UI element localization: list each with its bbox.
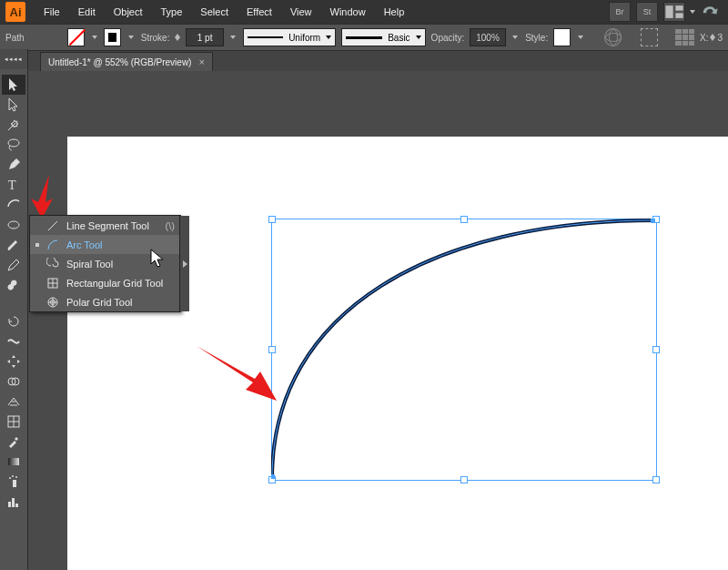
selection-type-label: Path: [5, 33, 33, 43]
tool-gradient[interactable]: [2, 452, 25, 472]
flyout-item-rectangular-grid[interactable]: Rectangular Grid Tool: [30, 273, 180, 292]
flyout-item-polar-grid[interactable]: Polar Grid Tool: [30, 292, 180, 311]
tool-type[interactable]: T: [2, 175, 25, 195]
menu-effect[interactable]: Effect: [238, 3, 281, 21]
x-coordinate: X: 3: [700, 33, 723, 43]
tool-column-graph[interactable]: [2, 492, 25, 512]
annotation-arrow-tool: [24, 171, 60, 220]
tool-symbol-sprayer[interactable]: [2, 472, 25, 492]
menu-select[interactable]: Select: [191, 3, 238, 21]
document-tab-title: Untitled-1* @ 552% (RGB/Preview): [48, 57, 191, 67]
mouse-cursor: [150, 249, 167, 270]
tool-mesh[interactable]: [2, 412, 25, 432]
svg-rect-14: [8, 502, 11, 507]
fill-swatch[interactable]: [67, 28, 85, 46]
annotation-arrow-arc: [189, 339, 280, 412]
svg-point-12: [12, 475, 14, 477]
close-tab-icon[interactable]: ×: [198, 56, 204, 67]
tool-pen[interactable]: [2, 155, 25, 175]
panel-collapse-handle[interactable]: ◂◂◂◂: [0, 49, 28, 69]
svg-rect-1: [675, 5, 682, 11]
tool-paintbrush[interactable]: [2, 235, 25, 255]
menu-help[interactable]: Help: [375, 3, 414, 21]
fill-dropdown[interactable]: [90, 29, 98, 46]
svg-point-11: [9, 477, 11, 479]
align-icon[interactable]: [641, 28, 658, 46]
tool-direct-selection[interactable]: [2, 95, 25, 115]
svg-rect-9: [8, 458, 19, 465]
tool-shape-builder[interactable]: [2, 372, 25, 392]
style-label: Style:: [525, 33, 548, 43]
svg-rect-17: [271, 474, 275, 479]
tool-eyedropper[interactable]: [2, 432, 25, 452]
svg-rect-18: [651, 219, 655, 223]
brush-definition[interactable]: Basic: [341, 28, 425, 46]
svg-rect-10: [13, 480, 16, 487]
variable-width-profile[interactable]: Uniform: [243, 28, 336, 46]
stock-icon[interactable]: St: [636, 2, 658, 22]
svg-rect-15: [12, 498, 15, 507]
transform-reference-point[interactable]: [675, 29, 694, 46]
stroke-swatch[interactable]: [104, 28, 121, 46]
flyout-tearoff-handle[interactable]: [179, 216, 189, 311]
tool-width[interactable]: [2, 331, 25, 351]
menu-edit[interactable]: Edit: [69, 3, 105, 21]
stroke-weight-input[interactable]: 1 pt: [186, 28, 223, 46]
menu-window[interactable]: Window: [321, 3, 375, 21]
x-value[interactable]: 3: [717, 33, 723, 43]
arc-path-object[interactable]: [271, 219, 655, 479]
tool-rectangle[interactable]: [2, 215, 25, 235]
sync-settings-icon[interactable]: [700, 3, 720, 21]
tool-lasso[interactable]: [2, 135, 25, 155]
x-stepper-down[interactable]: [710, 37, 715, 41]
flyout-item-line-segment[interactable]: Line Segment Tool (\): [30, 216, 180, 235]
graphic-style-dropdown[interactable]: [576, 29, 584, 46]
tools-panel: T: [0, 69, 28, 570]
tool-free-transform[interactable]: [2, 351, 25, 372]
main-menu-bar: Ai File Edit Object Type Select Effect V…: [0, 0, 728, 24]
menu-file[interactable]: File: [35, 3, 69, 21]
line-segment-icon: [46, 219, 59, 232]
svg-rect-16: [15, 504, 18, 507]
opacity-dropdown[interactable]: [511, 29, 520, 46]
graphic-style-swatch[interactable]: [553, 28, 571, 46]
tool-selection[interactable]: [2, 75, 25, 95]
app-logo: Ai: [5, 2, 25, 22]
arc-icon: [46, 239, 59, 251]
svg-rect-0: [665, 5, 672, 18]
menu-type[interactable]: Type: [152, 3, 192, 21]
spiral-icon: [46, 258, 59, 270]
stroke-dropdown[interactable]: [126, 29, 135, 46]
svg-point-13: [15, 476, 17, 478]
recolor-artwork-icon[interactable]: [604, 28, 622, 46]
bridge-icon[interactable]: Br: [609, 2, 631, 22]
document-tab-strip: Untitled-1* @ 552% (RGB/Preview) ×: [0, 51, 728, 71]
tool-blob-brush[interactable]: [2, 275, 25, 295]
svg-point-5: [8, 221, 19, 229]
svg-text:T: T: [8, 178, 16, 192]
arrange-documents-dropdown[interactable]: [688, 4, 697, 20]
arrange-documents-icon[interactable]: [663, 2, 685, 22]
opacity-label: Opacity:: [431, 33, 465, 43]
stroke-stepper-down[interactable]: [175, 37, 180, 41]
menu-object[interactable]: Object: [105, 3, 152, 21]
tool-perspective-grid[interactable]: [2, 392, 25, 412]
tool-rotate[interactable]: [2, 311, 25, 331]
opacity-input[interactable]: 100%: [470, 28, 505, 46]
stroke-weight-dropdown[interactable]: [229, 29, 238, 46]
svg-line-19: [48, 221, 57, 230]
document-tab[interactable]: Untitled-1* @ 552% (RGB/Preview) ×: [40, 52, 213, 71]
tool-pencil[interactable]: [2, 255, 25, 275]
stroke-weight-label: Stroke:: [141, 33, 170, 43]
rectangular-grid-icon: [46, 277, 59, 290]
tool-magic-wand[interactable]: [2, 115, 25, 135]
tool-line-segment[interactable]: [2, 195, 25, 215]
polar-grid-icon: [46, 296, 59, 309]
menu-view[interactable]: View: [281, 3, 321, 21]
svg-rect-2: [675, 13, 682, 18]
control-bar: Path Stroke: 1 pt Uniform Basic Opacity:…: [0, 24, 728, 51]
